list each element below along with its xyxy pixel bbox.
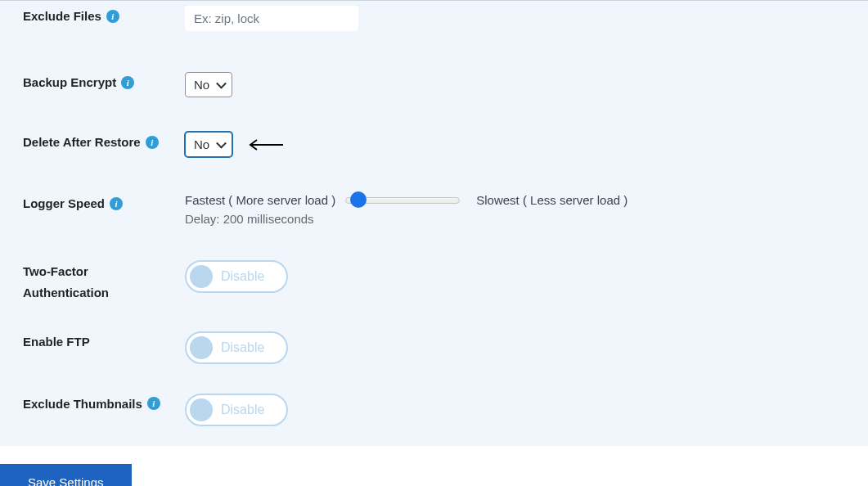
row-exclude-thumbnails: Exclude Thumbnails i Disable: [23, 364, 845, 426]
control-exclude-files: [185, 6, 845, 31]
delay-text: Delay: 200 milliseconds: [185, 212, 845, 226]
row-delete-after-restore: Delete After Restore i No: [23, 97, 845, 157]
control-two-factor: Disable: [185, 260, 845, 293]
label-two-factor: Two-Factor Authentication: [23, 260, 185, 302]
label-text: Logger Speed: [23, 196, 105, 210]
control-backup-encrypt: No: [185, 72, 845, 97]
arrow-left-icon: [245, 138, 285, 151]
label-text: Backup Encrypt: [23, 75, 116, 89]
info-icon[interactable]: i: [110, 197, 123, 210]
exclude-files-input[interactable]: [185, 6, 358, 31]
label-text: Exclude Thumbnails: [23, 397, 142, 411]
enable-ftp-toggle[interactable]: Disable: [185, 331, 288, 364]
label-enable-ftp: Enable FTP: [23, 331, 185, 349]
speed-line: Fastest ( More server load ) Slowest ( L…: [185, 193, 845, 207]
toggle-knob: [190, 336, 213, 359]
control-logger-speed: Fastest ( More server load ) Slowest ( L…: [185, 193, 845, 226]
logger-speed-slider[interactable]: [345, 197, 460, 204]
settings-panel: Exclude Files i Backup Encrypt i No Dele…: [0, 0, 868, 446]
toggle-label: Disable: [221, 269, 264, 284]
info-icon[interactable]: i: [146, 136, 159, 149]
select-wrap: No: [185, 72, 232, 97]
label-text-line2: Authentication: [23, 285, 109, 301]
label-logger-speed: Logger Speed i: [23, 193, 185, 210]
toggle-knob: [190, 265, 213, 288]
speed-right-text: Slowest ( Less server load ): [476, 193, 627, 207]
control-enable-ftp: Disable: [185, 331, 845, 364]
speed-left-text: Fastest ( More server load ): [185, 193, 335, 207]
label-delete-after-restore: Delete After Restore i: [23, 132, 185, 149]
label-exclude-thumbnails: Exclude Thumbnails i: [23, 394, 185, 411]
backup-encrypt-select[interactable]: No: [185, 72, 232, 97]
info-icon[interactable]: i: [106, 10, 119, 23]
toggle-knob: [190, 398, 213, 421]
exclude-thumbnails-toggle[interactable]: Disable: [185, 394, 288, 426]
row-exclude-files: Exclude Files i: [23, 1, 845, 31]
speed-wrap: Fastest ( More server load ) Slowest ( L…: [185, 193, 845, 226]
row-backup-encrypt: Backup Encrypt i No: [23, 31, 845, 97]
toggle-label: Disable: [221, 403, 264, 417]
row-enable-ftp: Enable FTP Disable: [23, 302, 845, 364]
label-exclude-files: Exclude Files i: [23, 6, 185, 23]
control-exclude-thumbnails: Disable: [185, 394, 845, 426]
control-delete-after-restore: No: [185, 132, 845, 157]
label-text-line1: Two-Factor: [23, 263, 185, 280]
label-backup-encrypt: Backup Encrypt i: [23, 72, 185, 89]
toggle-label: Disable: [221, 340, 264, 355]
label-text: Enable FTP: [23, 335, 90, 349]
delete-after-restore-select[interactable]: No: [185, 132, 232, 157]
row-logger-speed: Logger Speed i Fastest ( More server loa…: [23, 157, 845, 226]
select-wrap: No: [185, 132, 232, 157]
label-text: Exclude Files: [23, 9, 101, 23]
row-two-factor: Two-Factor Authentication Disable: [23, 226, 845, 302]
two-factor-toggle[interactable]: Disable: [185, 260, 288, 293]
info-icon[interactable]: i: [147, 397, 160, 410]
footer: Save Settings: [0, 446, 868, 487]
label-text: Delete After Restore: [23, 135, 141, 149]
info-icon[interactable]: i: [121, 76, 134, 89]
save-settings-button[interactable]: Save Settings: [0, 464, 132, 487]
